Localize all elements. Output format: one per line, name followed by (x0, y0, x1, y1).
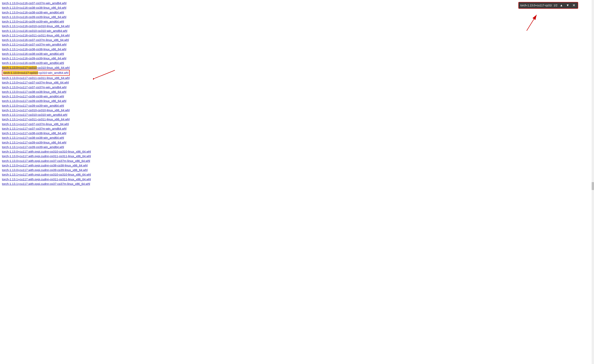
link-item[interactable]: torch-1.13.1+cu117-cp37-cp37m-win_amd64.… (2, 126, 592, 131)
link-item[interactable]: torch-1.13.0+cu117-cp37-cp37m-linux_x86_… (2, 80, 592, 85)
link-item[interactable]: torch-1.13.1+cu116-cp311-cp311-linux_x86… (2, 33, 592, 38)
link-item[interactable]: torch-1.13.1+cu117-cp38-cp38-linux_x86_6… (2, 131, 592, 135)
link-item[interactable]: torch-1.13.0+cu117-cp37-cp37m-win_amd64.… (2, 85, 592, 89)
link-item[interactable]: torch-1.13.1+cu117-cp310-cp310-win_amd64… (2, 112, 592, 117)
link-item[interactable]: torch-1.13.0+cu117.with.pypi.cudnn-cp39-… (2, 168, 592, 172)
link-item[interactable]: torch-1.13.0+cu117-cp38-cp38-linux_x86_6… (2, 89, 592, 94)
search-count: 1/2 (554, 4, 557, 7)
link-item[interactable]: torch-1.13.0+cu117-cp310-cp310-linux_x86… (2, 65, 592, 70)
link-item[interactable]: torch-1.13.1+cu117-cp37-cp37m-linux_x86_… (2, 122, 592, 126)
link-item[interactable]: torch-1.13.0+cu117.with.pypi.cudnn-cp37-… (2, 159, 592, 163)
link-item[interactable]: torch-1.13.0+cu116-cp39-cp39-linux_x86_6… (2, 15, 592, 19)
link-item[interactable]: torch-1.13.1+cu117-cp39-cp39-win_amd64.w… (2, 145, 592, 149)
link-item[interactable]: torch-1.13.0+cu116-cp38-cp38-win_amd64.w… (2, 10, 592, 15)
search-prev-button[interactable]: ▲ (559, 3, 564, 7)
link-item[interactable]: torch-1.13.0+cu117-cp38-cp38-win_amd64.w… (2, 94, 592, 99)
links-list: torch-1.13.0+cu116-cp37-cp37m-win_amd64.… (2, 1, 592, 186)
link-item[interactable]: torch-1.13.0+cu117.with.pypi.cudnn-cp311… (2, 154, 592, 158)
link-item[interactable]: torch-1.13.0+cu117.with.pypi.cudnn-cp38-… (2, 163, 592, 168)
link-item[interactable]: torch-1.13.1+cu116-cp310-cp310-win_amd64… (2, 28, 592, 33)
link-item[interactable]: torch-1.13.0+cu117-cp39-cp39-linux_x86_6… (2, 99, 592, 103)
main-content: torch-1.13.0+cu116-cp37-cp37m-win_amd64.… (0, 0, 594, 187)
link-item[interactable]: torch-1.13.1+cu116-cp37-cp37m-linux_x86_… (2, 38, 592, 42)
link-item[interactable]: torch-1.13.0+cu117-cp311-cp311-linux_x86… (2, 76, 592, 80)
link-item[interactable]: torch-1.13.0+cu116-cp39-cp39-win_amd64.w… (2, 19, 592, 24)
link-item[interactable]: torch-1.13.1+cu117-cp310-cp310-linux_x86… (2, 108, 592, 112)
link-item[interactable]: torch-1.13.1+cu116-cp38-cp38-win_amd64.w… (2, 51, 592, 56)
scrollbar-thumb[interactable] (592, 182, 594, 187)
link-item[interactable]: torch-1.13.1+cu116-cp310-cp310-linux_x86… (2, 24, 592, 28)
link-item[interactable]: torch-1.13.1+cu117-cp311-cp311-linux_x86… (2, 117, 592, 121)
link-item[interactable]: torch-1.13.1+cu116-cp39-cp39-linux_x86_6… (2, 56, 592, 61)
close-search-button[interactable]: ✕ (572, 3, 576, 7)
link-item[interactable]: torch-1.13.1+cu117.with.pypi.cudnn-cp311… (2, 177, 592, 182)
link-item[interactable]: torch-1.13.0+cu116-cp38-cp38-linux_x86_6… (2, 5, 592, 10)
link-item[interactable]: torch-1.13.1+cu116-cp39-cp39-win_amd64.w… (2, 61, 592, 65)
link-item[interactable]: torch-1.13.0+cu116-cp37-cp37m-win_amd64.… (2, 1, 592, 5)
link-item[interactable]: torch-1.13.1+cu117-cp39-cp39-linux_x86_6… (2, 140, 592, 145)
link-item[interactable]: torch-1.13.0+cu117-cp310-cp310-win_amd64… (2, 70, 592, 76)
link-item[interactable]: torch-1.13.0+cu117.with.pypi.cudnn-cp310… (2, 149, 592, 154)
scrollbar-track (592, 0, 594, 187)
link-item[interactable]: torch-1.13.1+cu116-cp38-cp38-linux_x86_6… (2, 47, 592, 51)
search-bar[interactable]: 1/2 ▲ ▼ ✕ (518, 2, 578, 9)
link-item[interactable]: torch-1.13.1+cu117-cp38-cp38-win_amd64.w… (2, 135, 592, 140)
link-item[interactable]: torch-1.13.1+cu117.with.pypi.cudnn-cp310… (2, 172, 592, 177)
search-next-button[interactable]: ▼ (565, 3, 570, 7)
search-input[interactable] (520, 4, 552, 7)
link-item[interactable]: torch-1.13.1+cu116-cp37-cp37m-win_amd64.… (2, 42, 592, 47)
link-item[interactable]: torch-1.13.1+cu117.with.pypi.cudnn-cp37-… (2, 182, 592, 186)
link-item[interactable]: torch-1.13.0+cu117-cp39-cp39-win_amd64.w… (2, 103, 592, 108)
